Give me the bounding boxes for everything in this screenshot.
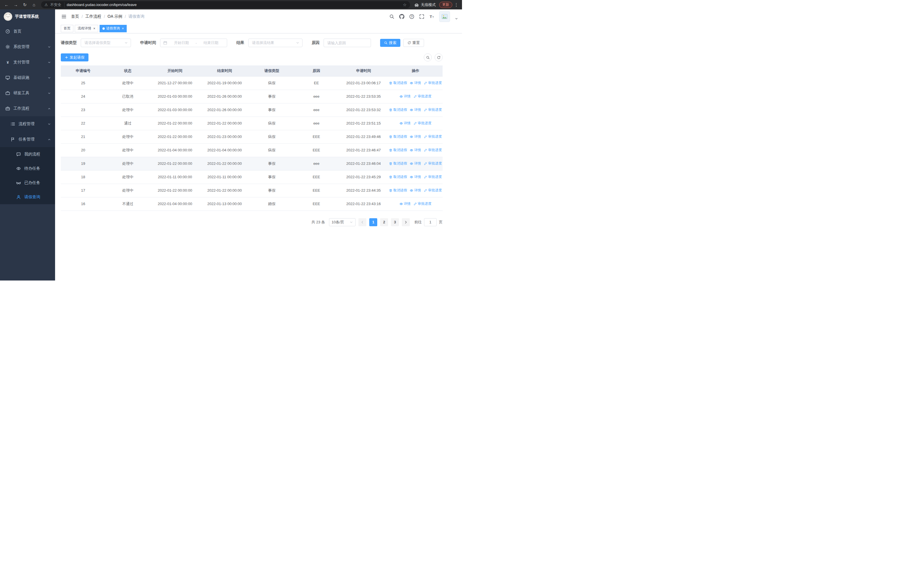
tab-leave-query[interactable]: 请假查询 ×	[100, 25, 127, 32]
progress-action-link[interactable]: 审批进度	[414, 121, 432, 126]
yen-icon	[5, 60, 10, 65]
col-status: 状态	[106, 65, 150, 76]
cell-actions: 详情审批进度	[388, 197, 442, 211]
sidebar-item-leave-query[interactable]: 请假查询	[0, 190, 55, 204]
tab-process-detail[interactable]: 流程详情 ×	[75, 25, 98, 32]
sidebar-item-done-tasks[interactable]: 已办任务	[0, 176, 55, 190]
result-select[interactable]: 请选择流结果	[248, 39, 303, 47]
search-button[interactable]: 搜索	[380, 39, 400, 47]
sidebar-item-system[interactable]: 系统管理	[0, 39, 55, 54]
user-avatar[interactable]	[439, 11, 450, 22]
breadcrumb-item-home[interactable]: 首页	[71, 14, 79, 19]
sidebar-item-devtools[interactable]: 研发工具	[0, 86, 55, 101]
sidebar-item-home[interactable]: 首页	[0, 24, 55, 39]
page-button-2[interactable]: 2	[380, 218, 388, 226]
detail-action-link[interactable]: 详情	[410, 188, 421, 193]
progress-action-link[interactable]: 审批进度	[424, 161, 442, 166]
browser-update-button[interactable]: 更新	[439, 2, 452, 8]
detail-action-link[interactable]: 详情	[410, 81, 421, 86]
search-icon	[389, 14, 394, 19]
goto-page-input[interactable]	[424, 218, 436, 226]
row-actions: 取消请假详情审批进度	[388, 81, 442, 86]
browser-forward-button[interactable]: →	[11, 1, 20, 9]
detail-action-link[interactable]: 详情	[399, 94, 411, 99]
cancel-action-link[interactable]: 取消请假	[389, 174, 407, 179]
progress-action-link[interactable]: 审批进度	[414, 202, 432, 206]
bookmark-star-icon[interactable]: ☆	[403, 2, 406, 8]
sidebar-item-my-process[interactable]: 我的流程	[0, 147, 55, 161]
progress-icon	[424, 135, 427, 138]
detail-action-link[interactable]: 详情	[410, 174, 421, 179]
sidebar-item-workflow[interactable]: 工作流程	[0, 101, 55, 116]
col-reason: 原因	[294, 65, 339, 76]
progress-action-link[interactable]: 审批进度	[424, 81, 442, 86]
progress-action-link[interactable]: 审批进度	[424, 174, 442, 179]
cancel-action-link[interactable]: 取消请假	[389, 188, 407, 193]
sidebar-item-payment[interactable]: 支付管理	[0, 54, 55, 70]
header-search-button[interactable]	[389, 14, 394, 19]
active-tab-dot	[102, 27, 105, 30]
cell-apply-time: 2022-01-22 23:51:15	[339, 117, 388, 130]
reason-input[interactable]	[324, 39, 371, 47]
browser-back-button[interactable]: ←	[2, 1, 11, 9]
browser-reload-button[interactable]: ↻	[21, 1, 29, 9]
breadcrumb-separator: /	[125, 14, 126, 19]
refresh-table-button[interactable]	[435, 53, 442, 62]
browser-menu-button[interactable]: ⋮	[453, 1, 460, 9]
cell-start-time: 2022-01-03 00:00:00	[150, 103, 200, 117]
progress-action-link[interactable]: 审批进度	[424, 134, 442, 139]
detail-action-link[interactable]: 详情	[399, 121, 411, 126]
fullscreen-button[interactable]	[419, 14, 424, 19]
github-button[interactable]	[399, 14, 404, 19]
tab-label: 首页	[64, 26, 70, 31]
sidebar-item-todo-tasks[interactable]: 待办任务	[0, 161, 55, 176]
col-leave-type: 请假类型	[249, 65, 294, 76]
goto-page: 前往 页	[414, 218, 442, 226]
detail-action-link[interactable]: 详情	[399, 202, 411, 206]
progress-action-link[interactable]: 审批进度	[424, 148, 442, 152]
page-button-3[interactable]: 3	[391, 218, 399, 226]
cell-apply-time: 2022-01-22 23:49:46	[339, 130, 388, 143]
detail-action-link[interactable]: 详情	[410, 107, 421, 112]
detail-action-link[interactable]: 详情	[410, 134, 421, 139]
prev-page-button[interactable]	[358, 218, 366, 226]
page-size-select[interactable]: 10条/页	[329, 218, 356, 226]
page-button-1[interactable]: 1	[369, 218, 377, 226]
detail-action-link[interactable]: 详情	[410, 148, 421, 152]
close-icon[interactable]: ×	[122, 27, 124, 30]
cancel-action-link[interactable]: 取消请假	[389, 161, 407, 166]
cancel-action-link[interactable]: 取消请假	[389, 148, 407, 152]
security-warning-icon: ⚠	[45, 3, 48, 7]
avatar-dropdown-caret-icon[interactable]	[455, 17, 458, 20]
cancel-action-link[interactable]: 取消请假	[389, 134, 407, 139]
security-label: 不安全	[50, 2, 64, 8]
table-row: 19 处理中 2022-01-22 00:00:00 2022-01-22 00…	[61, 157, 442, 170]
leave-type-select[interactable]: 请选择请假类型	[81, 39, 131, 47]
reset-button[interactable]: 重置	[403, 39, 424, 47]
toggle-search-button[interactable]	[424, 53, 432, 62]
help-button[interactable]	[409, 14, 414, 19]
sidebar-item-process-mgmt[interactable]: 流程管理	[0, 116, 55, 132]
cell-end-time: 2022-01-22 00:00:00	[200, 117, 249, 130]
progress-action-link[interactable]: 审批进度	[414, 94, 432, 99]
apply-time-range-picker[interactable]: 开始日期 - 结束日期	[160, 39, 227, 47]
close-icon[interactable]: ×	[93, 27, 95, 30]
progress-action-link[interactable]: 审批进度	[424, 107, 442, 112]
next-page-button[interactable]	[402, 218, 410, 226]
cancel-action-link[interactable]: 取消请假	[389, 107, 407, 112]
cancel-action-link[interactable]: 取消请假	[389, 81, 407, 86]
chevron-down-icon	[48, 123, 51, 126]
browser-home-button[interactable]: ⌂	[30, 1, 38, 9]
address-bar[interactable]: ⚠ 不安全 dashboard.yudao.iocoder.cn/bpm/oa/…	[41, 1, 410, 8]
progress-icon	[424, 189, 427, 192]
list-icon	[10, 122, 15, 126]
sidebar-item-infrastructure[interactable]: 基础设施	[0, 70, 55, 86]
cell-actions: 详情审批进度	[388, 90, 442, 103]
create-leave-button[interactable]: 发起请假	[61, 53, 88, 62]
sidebar-collapse-button[interactable]	[59, 12, 69, 21]
font-size-button[interactable]	[429, 14, 434, 19]
progress-action-link[interactable]: 审批进度	[424, 188, 442, 193]
detail-action-link[interactable]: 详情	[410, 161, 421, 166]
tab-home[interactable]: 首页	[61, 25, 74, 32]
sidebar-item-task-mgmt[interactable]: 任务管理	[0, 132, 55, 147]
